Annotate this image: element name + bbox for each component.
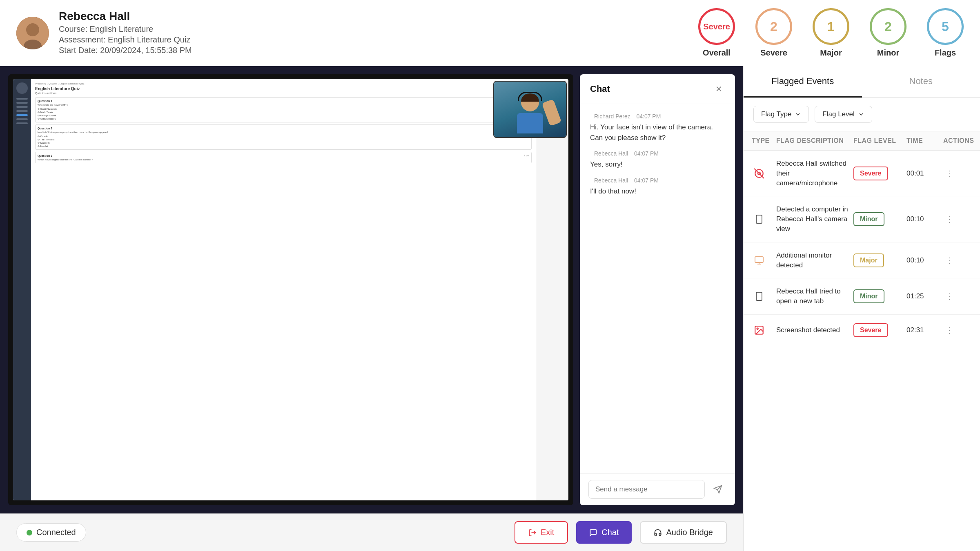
event-type-icon-3 — [752, 253, 766, 268]
canvas-breadcrumb: Proctoring › Quizzes › English Literatur… — [35, 82, 532, 85]
canvas-subtitle: Quiz Instructions — [35, 92, 532, 95]
content-area: Proctoring › Quizzes › English Literatur… — [0, 66, 980, 551]
bottom-buttons: Exit Chat Audio Bridge — [514, 521, 727, 544]
chat-header: Chat ✕ — [580, 74, 735, 104]
chat-panel: Chat ✕ Richard Perez 04:07 PM Hi. Your f… — [580, 74, 735, 505]
message-3: Rebecca Hall 04:07 PM I'll do that now! — [590, 176, 725, 197]
chat-input-area — [580, 473, 735, 505]
tab-flagged-events[interactable]: Flagged Events — [744, 66, 862, 98]
svg-point-16 — [757, 328, 758, 329]
svg-point-1 — [26, 23, 39, 36]
right-tabs: Flagged Events Notes — [744, 66, 980, 98]
event-row-1: Rebecca Hall switched their camera/micro… — [744, 151, 980, 196]
user-assessment: Assessment: English Literature Quiz — [59, 35, 698, 44]
exit-button[interactable]: Exit — [514, 521, 568, 544]
table-header: Type Flag Description Flag Level Time Ac… — [744, 131, 980, 151]
user-name: Rebecca Hall — [59, 10, 698, 23]
stats-container: Severe Overall 2 Severe 1 Major 2 Minor … — [698, 8, 964, 58]
chat-button[interactable]: Chat — [576, 521, 632, 544]
audio-bridge-button[interactable]: Audio Bridge — [640, 521, 727, 544]
message-1: Richard Perez 04:07 PM Hi. Your face isn… — [590, 112, 725, 143]
chat-input[interactable] — [588, 480, 705, 499]
filter-flag-type[interactable]: Flag Type — [753, 106, 809, 123]
chat-title: Chat — [590, 84, 610, 94]
event-more-2[interactable]: ⋮ — [943, 213, 956, 226]
stat-overall: Severe Overall — [698, 8, 735, 58]
chat-messages: Richard Perez 04:07 PM Hi. Your face isn… — [580, 104, 735, 473]
event-type-icon-4 — [752, 289, 766, 304]
event-row-3: Additional monitor detected Major 00:10 … — [744, 242, 980, 279]
tab-notes[interactable]: Notes — [862, 66, 980, 98]
stat-flags: 5 Flags — [927, 8, 964, 58]
stat-severe: 2 Severe — [755, 8, 792, 58]
stat-major: 1 Major — [813, 8, 849, 58]
message-2: Rebecca Hall 04:07 PM Yes, sorry! — [590, 149, 725, 170]
right-panel: Flagged Events Notes Flag Type Flag Leve… — [743, 66, 980, 551]
event-type-icon-2 — [752, 212, 766, 227]
events-table: Type Flag Description Flag Level Time Ac… — [744, 131, 980, 551]
connected-dot — [27, 530, 32, 535]
event-type-icon-5 — [752, 323, 766, 338]
connected-text: Connected — [36, 528, 76, 537]
svg-rect-10 — [755, 257, 763, 262]
canvas-title: English Literature Quiz — [35, 87, 532, 91]
event-row-4: Rebecca Hall tried to open a new tab Min… — [744, 278, 980, 315]
connected-badge: Connected — [16, 523, 86, 542]
stat-minor: 2 Minor — [870, 8, 906, 58]
screen-view: Proctoring › Quizzes › English Literatur… — [8, 74, 573, 505]
bottom-bar: Connected Exit — [0, 513, 743, 551]
event-row-5: Screenshot detected Severe 02:31 ⋮ — [744, 315, 980, 346]
user-info: Rebecca Hall Course: English Literature … — [59, 10, 698, 56]
header: Rebecca Hall Course: English Literature … — [0, 0, 980, 66]
event-more-5[interactable]: ⋮ — [943, 324, 956, 337]
user-course: Course: English Literature — [59, 24, 698, 34]
chat-close-button[interactable]: ✕ — [712, 82, 725, 96]
chat-send-button[interactable] — [709, 480, 727, 498]
avatar — [16, 17, 49, 49]
event-type-icon-1 — [752, 166, 766, 181]
filter-bar: Flag Type Flag Level — [744, 98, 980, 131]
event-row-2: Detected a computer in Rebecca Hall's ca… — [744, 196, 980, 242]
filter-flag-level[interactable]: Flag Level — [815, 106, 872, 123]
user-start-date: Start Date: 20/09/2024, 15:55:38 PM — [59, 46, 698, 55]
svg-line-7 — [754, 169, 764, 178]
event-more-1[interactable]: ⋮ — [943, 167, 956, 180]
event-more-4[interactable]: ⋮ — [943, 290, 956, 303]
main-panel: Proctoring › Quizzes › English Literatur… — [0, 66, 743, 551]
event-more-3[interactable]: ⋮ — [943, 254, 956, 267]
